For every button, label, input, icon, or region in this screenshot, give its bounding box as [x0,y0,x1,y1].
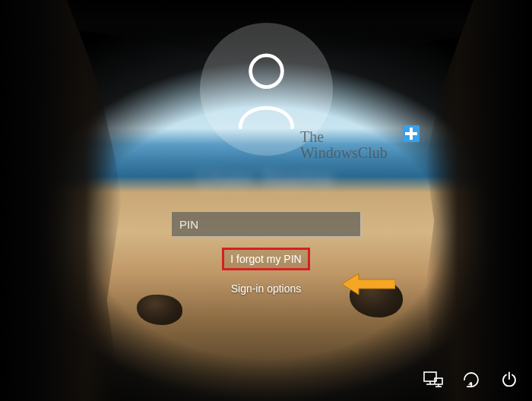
pin-input[interactable] [171,211,361,237]
power-button[interactable] [499,369,520,390]
network-button[interactable] [423,369,444,390]
power-icon [501,371,518,388]
person-icon [230,49,302,129]
svg-marker-8 [468,382,473,385]
system-tray [423,369,520,390]
user-avatar [200,23,333,156]
ease-of-access-icon [462,371,480,389]
ease-of-access-button[interactable] [461,369,482,390]
sign-in-options-link[interactable]: Sign-in options [231,283,302,295]
network-icon [423,371,443,388]
login-panel: User Name I forgot my PIN Sign-in option… [152,23,380,295]
svg-point-0 [250,55,282,87]
forgot-pin-link[interactable]: I forgot my PIN [222,248,309,270]
username-label: User Name [198,165,335,194]
